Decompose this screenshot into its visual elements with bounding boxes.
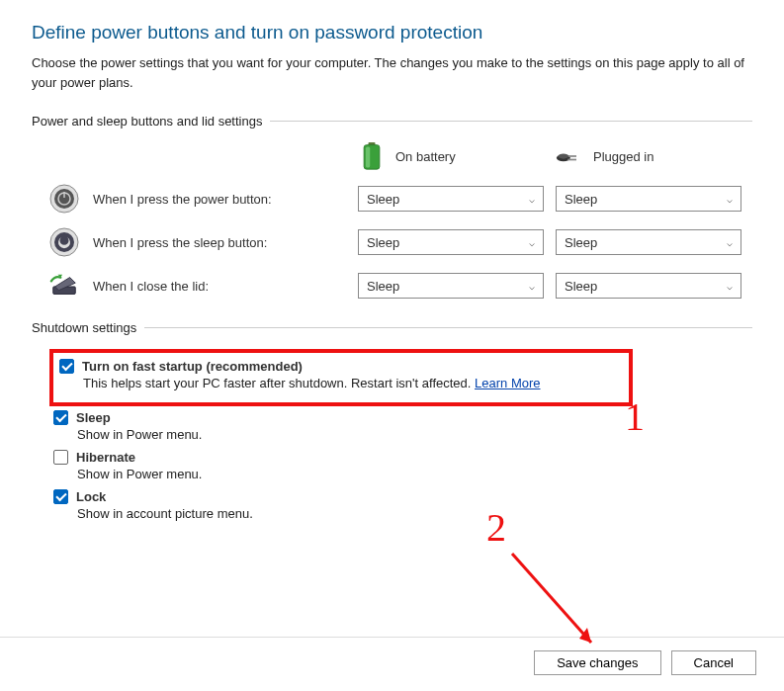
lock-sub: Show in account picture menu. — [77, 506, 750, 521]
dropdown-value: Sleep — [565, 235, 597, 250]
page-title: Define power buttons and turn on passwor… — [32, 22, 752, 43]
column-header-plugged: Plugged in — [556, 142, 741, 170]
chevron-down-icon: ⌵ — [727, 237, 733, 248]
svg-marker-16 — [579, 628, 591, 643]
chevron-down-icon: ⌵ — [727, 281, 733, 292]
fast-startup-row: Turn on fast startup (recommended) This … — [55, 355, 623, 390]
power-button-plugged-dropdown[interactable]: Sleep ⌵ — [556, 186, 741, 212]
svg-rect-2 — [366, 146, 370, 167]
fast-startup-label: Turn on fast startup (recommended) — [82, 359, 303, 374]
hibernate-label: Hibernate — [76, 450, 135, 465]
plug-icon — [556, 142, 583, 170]
annotation-highlight-box: Turn on fast startup (recommended) This … — [49, 349, 633, 406]
sleep-checkbox[interactable] — [53, 410, 68, 425]
fast-startup-checkbox[interactable] — [59, 359, 74, 374]
annotation-arrow — [502, 544, 621, 662]
learn-more-link[interactable]: Learn More — [475, 376, 540, 390]
sleep-button-icon — [49, 227, 79, 257]
row-power-button-label: When I press the power button: — [93, 192, 272, 207]
lock-row: Lock Show in account picture menu. — [49, 485, 752, 521]
lock-checkbox[interactable] — [53, 489, 68, 504]
section-header-shutdown: Shutdown settings — [32, 320, 752, 335]
row-power-button: When I press the power button: — [49, 184, 346, 214]
hibernate-row: Hibernate Show in Power menu. — [49, 446, 752, 481]
section-header-power-sleep: Power and sleep buttons and lid settings — [32, 114, 752, 129]
svg-rect-5 — [567, 159, 576, 161]
svg-point-6 — [559, 153, 569, 158]
power-settings-grid: On battery Plugged in When I press the p… — [49, 142, 752, 301]
sleep-button-battery-dropdown[interactable]: Sleep ⌵ — [358, 229, 544, 255]
svg-point-12 — [54, 232, 74, 252]
dropdown-value: Sleep — [565, 192, 597, 207]
save-changes-button[interactable]: Save changes — [534, 650, 660, 675]
row-lid-label: When I close the lid: — [93, 279, 209, 294]
hibernate-checkbox[interactable] — [53, 450, 68, 465]
svg-line-15 — [512, 554, 591, 643]
cancel-button[interactable]: Cancel — [671, 650, 756, 675]
lid-close-icon — [49, 271, 79, 301]
dropdown-value: Sleep — [367, 192, 399, 207]
section-header-label: Power and sleep buttons and lid settings — [32, 114, 262, 129]
fast-startup-sub: This helps start your PC faster after sh… — [83, 376, 471, 390]
sleep-sub: Show in Power menu. — [77, 427, 750, 442]
power-button-icon — [49, 184, 79, 214]
dropdown-value: Sleep — [367, 279, 399, 294]
sleep-label: Sleep — [76, 410, 111, 425]
column-header-battery-label: On battery — [395, 149, 456, 164]
row-lid: When I close the lid: — [49, 271, 346, 301]
divider — [144, 327, 752, 328]
chevron-down-icon: ⌵ — [529, 281, 535, 292]
chevron-down-icon: ⌵ — [529, 237, 535, 248]
section-header-label: Shutdown settings — [32, 320, 136, 335]
sleep-row: Sleep Show in Power menu. — [49, 406, 752, 442]
dropdown-value: Sleep — [565, 279, 597, 294]
chevron-down-icon: ⌵ — [529, 194, 535, 205]
chevron-down-icon: ⌵ — [727, 194, 733, 205]
dropdown-value: Sleep — [367, 235, 399, 250]
page-description: Choose the power settings that you want … — [32, 53, 752, 92]
column-header-battery: On battery — [358, 142, 544, 170]
svg-rect-4 — [567, 155, 576, 157]
column-header-plugged-label: Plugged in — [593, 149, 653, 164]
lid-plugged-dropdown[interactable]: Sleep ⌵ — [556, 273, 741, 299]
battery-icon — [358, 142, 386, 170]
lid-battery-dropdown[interactable]: Sleep ⌵ — [358, 273, 544, 299]
button-bar: Save changes Cancel — [534, 650, 756, 675]
row-sleep-button-label: When I press the sleep button: — [93, 235, 267, 250]
power-button-battery-dropdown[interactable]: Sleep ⌵ — [358, 186, 544, 212]
row-sleep-button: When I press the sleep button: — [49, 227, 346, 257]
hibernate-sub: Show in Power menu. — [77, 467, 750, 481]
lock-label: Lock — [76, 489, 106, 504]
sleep-button-plugged-dropdown[interactable]: Sleep ⌵ — [556, 229, 741, 255]
shutdown-settings-list: Turn on fast startup (recommended) This … — [49, 349, 752, 521]
bottom-divider — [0, 637, 784, 638]
divider — [270, 121, 752, 122]
